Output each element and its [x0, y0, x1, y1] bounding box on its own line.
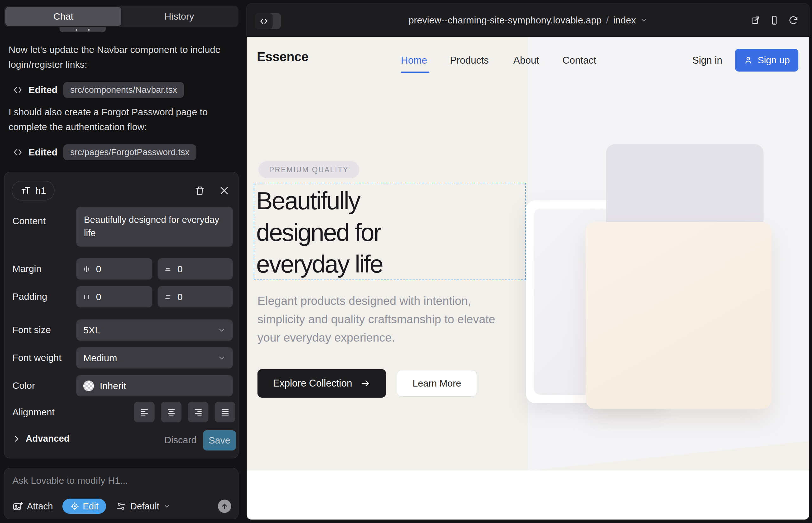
align-right-button[interactable]: [188, 402, 208, 422]
font-size-label: Font size: [12, 325, 51, 335]
user-icon: [744, 55, 753, 65]
color-value: Inherit: [100, 381, 126, 391]
selected-element-tag: h1: [35, 185, 46, 196]
chevron-down-icon: [217, 354, 226, 362]
target-icon: [70, 502, 80, 511]
open-external-button[interactable]: [750, 15, 760, 25]
margin-y-input[interactable]: 0: [158, 258, 233, 279]
selected-element-chip[interactable]: h1: [12, 181, 54, 200]
padding-y-input[interactable]: 0: [158, 286, 233, 307]
nav-link-contact[interactable]: Contact: [562, 55, 596, 66]
edited-label: Edited: [29, 147, 58, 158]
attach-button[interactable]: Attach: [12, 501, 53, 511]
color-field-label: Color: [12, 380, 35, 391]
margin-y-value: 0: [177, 264, 183, 274]
composer-toolbar: Attach Edit Default: [12, 498, 231, 514]
padding-x-input[interactable]: 0: [76, 286, 152, 307]
preview-path[interactable]: index: [613, 15, 636, 26]
hero-description: Elegant products designed with intention…: [258, 292, 520, 347]
decor-card-peach: [586, 222, 772, 409]
hero-badge: PREMIUM QUALITY: [259, 161, 359, 178]
padding-horizontal-icon: [82, 292, 91, 301]
preview-actions: [750, 15, 798, 25]
model-selector[interactable]: Default: [116, 501, 171, 511]
chevron-down-icon[interactable]: [640, 17, 647, 24]
url-path-separator: /: [606, 15, 609, 26]
padding-vertical-icon: [163, 292, 172, 301]
element-editor-panel: h1 Content Beautifully designed for ever…: [4, 172, 239, 458]
chat-message: Now let's update the Navbar component to…: [8, 42, 236, 72]
explore-collection-button[interactable]: Explore Collection: [258, 369, 386, 398]
attach-label: Attach: [27, 501, 53, 511]
nav-link-about[interactable]: About: [513, 55, 539, 66]
tab-chat[interactable]: Chat: [5, 7, 121, 26]
nav-link-home[interactable]: Home: [401, 55, 427, 66]
mobile-view-button[interactable]: [769, 15, 779, 25]
edit-mode-button[interactable]: Edit: [63, 499, 106, 514]
send-button[interactable]: [218, 500, 231, 513]
color-select[interactable]: Inherit: [76, 375, 233, 396]
hero-headline[interactable]: Beautifully designed for everyday life: [256, 185, 383, 280]
margin-horizontal-icon: [82, 265, 91, 273]
composer: Attach Edit Default: [4, 468, 239, 519]
preview-url-bar: preview--charming-site-symphony.lovable.…: [247, 3, 809, 37]
chevron-down-icon: [163, 502, 171, 510]
color-swatch-transparent: [83, 381, 94, 391]
padding-y-value: 0: [177, 292, 183, 302]
discard-button[interactable]: Discard: [164, 435, 197, 446]
margin-field-label: Margin: [12, 264, 41, 274]
padding-x-value: 0: [96, 292, 101, 302]
sidebar-tab-bar: Chat History: [4, 6, 239, 27]
scrolled-badge-partial: [59, 27, 106, 32]
edit-mode-label: Edit: [83, 501, 99, 511]
close-panel-button[interactable]: [217, 184, 231, 198]
sign-in-link[interactable]: Sign in: [692, 55, 722, 66]
padding-field-label: Padding: [12, 291, 47, 302]
chevron-down-icon: [217, 326, 226, 334]
site-logo[interactable]: Essence: [257, 49, 308, 64]
model-selector-label: Default: [130, 501, 159, 511]
active-nav-underline: [401, 72, 429, 73]
code-preview-toggle[interactable]: [255, 13, 281, 29]
code-icon: [13, 147, 23, 157]
code-icon: [13, 85, 23, 95]
save-button[interactable]: Save: [203, 430, 236, 451]
margin-x-value: 0: [96, 264, 101, 274]
content-input[interactable]: Beautifully designed for everyday life: [76, 207, 233, 247]
file-chip[interactable]: src/pages/ForgotPassword.tsx: [63, 144, 197, 160]
font-weight-value: Medium: [83, 353, 117, 363]
advanced-toggle[interactable]: Advanced: [12, 433, 70, 444]
margin-x-input[interactable]: 0: [76, 258, 152, 279]
chevron-right-icon: [12, 435, 21, 443]
typography-icon: [20, 185, 31, 196]
sign-up-button[interactable]: Sign up: [735, 49, 798, 72]
delete-element-button[interactable]: [193, 184, 207, 198]
composer-input[interactable]: [12, 475, 228, 486]
tab-history[interactable]: History: [121, 7, 237, 26]
align-center-button[interactable]: [161, 402, 181, 422]
explore-collection-label: Explore Collection: [273, 378, 352, 389]
edited-label: Edited: [29, 85, 58, 95]
arrow-right-icon: [360, 378, 371, 389]
chat-message: I should also create a Forgot Password p…: [8, 105, 236, 134]
sliders-icon: [116, 501, 126, 511]
font-weight-label: Font weight: [12, 353, 61, 363]
font-weight-select[interactable]: Medium: [76, 347, 233, 368]
edited-file-row: Edited src/components/Navbar.tsx: [13, 82, 184, 98]
font-size-select[interactable]: 5XL: [76, 320, 233, 341]
preview-url[interactable]: preview--charming-site-symphony.lovable.…: [408, 15, 602, 26]
refresh-button[interactable]: [788, 15, 798, 25]
app-window: Chat History Now let's update the Navbar…: [0, 0, 812, 523]
learn-more-button[interactable]: Learn More: [397, 370, 477, 397]
alignment-field-label: Alignment: [12, 407, 54, 418]
next-section-background: [247, 470, 809, 520]
file-chip[interactable]: src/components/Navbar.tsx: [63, 82, 184, 98]
align-left-button[interactable]: [134, 402, 155, 422]
nav-link-products[interactable]: Products: [450, 55, 489, 66]
attach-image-icon: [12, 501, 23, 511]
align-justify-button[interactable]: [215, 402, 235, 422]
content-field-label: Content: [12, 216, 46, 227]
preview-frame: preview--charming-site-symphony.lovable.…: [246, 3, 810, 520]
sign-up-label: Sign up: [758, 55, 790, 66]
advanced-label: Advanced: [26, 433, 70, 444]
